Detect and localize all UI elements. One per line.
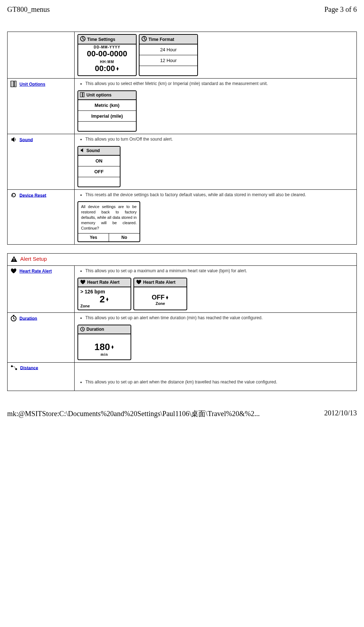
svg-rect-5	[83, 93, 84, 97]
sound-link[interactable]: Sound	[19, 137, 33, 142]
device-screen-reset: All device settings are to be restored b…	[77, 201, 140, 242]
duration-desc: This allows you to set up an alert when …	[85, 315, 354, 321]
screen-title: Heart Rate Alert	[143, 280, 175, 284]
unit-options-link[interactable]: Unit Options	[19, 82, 45, 87]
reset-desc: This resets all the device settings back…	[85, 192, 354, 198]
spinner-icon: ▲▼	[105, 297, 109, 301]
row-time-settings: Time Settings DD-MM-YYYY 00-00-0000 HH:M…	[8, 32, 357, 79]
heart-rate-link[interactable]: Heart Rate Alert	[19, 269, 52, 274]
alert-setup-table: Alert Setup Heart Rate Alert This allows…	[7, 253, 357, 391]
hr-zone-value: 2	[100, 294, 105, 304]
header-title: GT800_menus	[7, 5, 50, 14]
reset-icon	[10, 192, 17, 199]
row-distance: Distance This allows you to set up an al…	[8, 362, 357, 391]
time-value: 00:00	[95, 64, 115, 73]
sound-icon	[10, 136, 17, 144]
dialog-yes: Yes	[78, 234, 109, 241]
svg-rect-4	[80, 93, 82, 97]
hr-desc: This allows you to set up a maximum and …	[85, 268, 354, 274]
screen-title: Unit options	[86, 93, 112, 98]
row-sound: Sound This allows you to turn On/Off the…	[8, 134, 357, 189]
device-screen-sound: Sound ON OFF	[77, 146, 120, 187]
heart-icon	[10, 268, 17, 275]
page-number: Page 3 of 6	[324, 5, 357, 14]
duration-icon	[80, 326, 85, 333]
svg-point-11	[11, 365, 13, 367]
heart-icon	[80, 279, 86, 286]
option-imperial: Imperial (mile)	[78, 111, 136, 122]
unit-icon	[80, 92, 85, 98]
duration-link[interactable]: Duration	[19, 316, 37, 321]
device-screen-hr2: Heart Rate Alert OFF ▲▼ Zone	[133, 278, 187, 310]
device-screen-time-format: Time Format 24 Hour 12 Hour	[139, 34, 198, 76]
device-screen-time-settings: Time Settings DD-MM-YYYY 00-00-0000 HH:M…	[77, 34, 137, 76]
alert-setup-title: Alert Setup	[20, 256, 47, 262]
screen-title: Duration	[86, 327, 104, 332]
row-heart-rate: Heart Rate Alert This allows you to set …	[8, 265, 357, 312]
dialog-no: No	[109, 234, 140, 241]
device-screen-hr1: Heart Rate Alert > 126 bpm 2 ▲▼ Zone	[77, 278, 131, 310]
spinner-icon: ▲▼	[111, 345, 114, 349]
settings-table-1: Time Settings DD-MM-YYYY 00-00-0000 HH:M…	[7, 32, 357, 245]
option-off: OFF	[78, 166, 120, 177]
page-footer: mk:@MSITStore:C:\Documents%20and%20Setti…	[7, 409, 357, 419]
sound-icon	[80, 148, 85, 154]
reset-dialog-text: All device settings are to be restored b…	[78, 202, 140, 233]
device-screen-duration: Duration 180 ▲▼ min	[77, 325, 131, 360]
date-format-label: DD-MM-YYYY	[78, 45, 136, 49]
hr-off: OFF	[152, 294, 165, 301]
device-screen-unit: Unit options Metric (km) Imperial (mile)	[77, 90, 137, 132]
row-duration: Duration This allows you to set up an al…	[8, 312, 357, 362]
spinner-icon: ▲▼	[116, 67, 119, 70]
screen-title: Time Format	[148, 37, 174, 42]
distance-icon	[10, 365, 18, 372]
footer-path: mk:@MSITStore:C:\Documents%20and%20Setti…	[7, 409, 260, 419]
unit-icon	[10, 81, 17, 88]
svg-rect-9	[13, 315, 14, 316]
time-format-label: HH:MM	[78, 60, 136, 64]
spinner-icon: ▲▼	[165, 296, 169, 299]
unit-desc: This allows you to select either Metric …	[85, 81, 354, 87]
date-value: 00-00-0000	[78, 49, 136, 58]
svg-rect-2	[11, 81, 14, 87]
option-12h: 12 Hour	[140, 55, 197, 66]
device-reset-link[interactable]: Device Reset	[19, 193, 46, 198]
footer-date: 2012/10/13	[324, 409, 357, 419]
screen-title: Time Settings	[87, 37, 115, 42]
screen-title: Sound	[86, 148, 100, 153]
duration-icon	[10, 315, 17, 322]
clock-icon	[80, 36, 86, 43]
svg-rect-6	[14, 258, 14, 260]
clock-icon	[141, 36, 147, 43]
svg-rect-7	[14, 260, 14, 261]
row-unit-options: Unit Options This allows you to select e…	[8, 79, 357, 134]
row-device-reset: Device Reset This resets all the device …	[8, 189, 357, 244]
screen-title: Heart Rate Alert	[87, 280, 119, 284]
distance-desc: This allows you to set up an alert when …	[85, 379, 354, 385]
duration-unit: min	[101, 353, 108, 357]
svg-point-12	[15, 368, 17, 370]
option-24h: 24 Hour	[140, 44, 197, 55]
duration-value: 180	[94, 341, 110, 353]
row-alert-header: Alert Setup	[8, 253, 357, 265]
alert-icon	[10, 256, 18, 263]
zone-label: Zone	[136, 301, 184, 306]
page-header: GT800_menus Page 3 of 6	[7, 5, 357, 14]
option-on: ON	[78, 156, 120, 166]
distance-link[interactable]: Distance	[20, 365, 38, 370]
sound-desc: This allows you to turn On/Off the sound…	[85, 136, 354, 142]
option-metric: Metric (km)	[78, 100, 136, 111]
heart-icon	[136, 279, 142, 286]
